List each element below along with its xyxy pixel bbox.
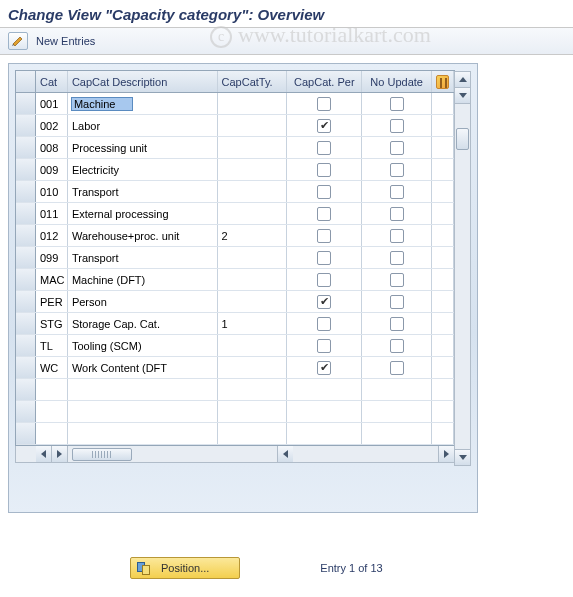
hscroll-thumb[interactable]: [72, 448, 132, 461]
cell-type[interactable]: [218, 93, 288, 114]
cell-cat[interactable]: WC: [36, 357, 68, 378]
noupdate-checkbox[interactable]: [390, 295, 404, 309]
row-selector[interactable]: [16, 159, 36, 180]
noupdate-checkbox[interactable]: [390, 185, 404, 199]
table-row[interactable]: PERPerson: [16, 291, 454, 313]
row-selector[interactable]: [16, 269, 36, 290]
cell-cat[interactable]: 010: [36, 181, 68, 202]
table-row[interactable]: WCWork Content (DFT: [16, 357, 454, 379]
person-checkbox[interactable]: [317, 119, 331, 133]
table-row[interactable]: 012Warehouse+proc. unit2: [16, 225, 454, 247]
row-selector[interactable]: [16, 357, 36, 378]
cell-type[interactable]: [218, 159, 288, 180]
cell-type[interactable]: 1: [218, 313, 288, 334]
hscroll-left2-button[interactable]: [52, 446, 68, 462]
cell-type[interactable]: [218, 291, 288, 312]
noupdate-checkbox[interactable]: [390, 141, 404, 155]
configure-columns-button[interactable]: [432, 71, 454, 92]
select-all-header[interactable]: [16, 71, 36, 92]
table-row[interactable]: STGStorage Cap. Cat.1: [16, 313, 454, 335]
cell-type[interactable]: [218, 247, 288, 268]
table-row[interactable]: 011External processing: [16, 203, 454, 225]
cell-description[interactable]: External processing: [68, 203, 218, 224]
vscroll-down-button[interactable]: [455, 88, 470, 104]
noupdate-checkbox[interactable]: [390, 339, 404, 353]
cell-cat[interactable]: 009: [36, 159, 68, 180]
person-checkbox[interactable]: [317, 251, 331, 265]
row-selector[interactable]: [16, 291, 36, 312]
cell-description[interactable]: Machine: [68, 93, 218, 114]
person-checkbox[interactable]: [317, 295, 331, 309]
cell-type[interactable]: 2: [218, 225, 288, 246]
cell-cat[interactable]: PER: [36, 291, 68, 312]
row-selector[interactable]: [16, 93, 36, 114]
row-selector[interactable]: [16, 137, 36, 158]
noupdate-checkbox[interactable]: [390, 163, 404, 177]
col-header-type[interactable]: CapCatTy.: [218, 71, 288, 92]
cell-cat[interactable]: 008: [36, 137, 68, 158]
person-checkbox[interactable]: [317, 361, 331, 375]
noupdate-checkbox[interactable]: [390, 119, 404, 133]
noupdate-checkbox[interactable]: [390, 97, 404, 111]
cell-cat[interactable]: STG: [36, 313, 68, 334]
person-checkbox[interactable]: [317, 229, 331, 243]
cell-description[interactable]: Work Content (DFT: [68, 357, 218, 378]
person-checkbox[interactable]: [317, 97, 331, 111]
cell-type[interactable]: [218, 335, 288, 356]
cell-type[interactable]: [218, 137, 288, 158]
col-header-noupdate[interactable]: No Update: [362, 71, 432, 92]
col-header-description[interactable]: CapCat Description: [68, 71, 218, 92]
row-selector[interactable]: [16, 203, 36, 224]
table-row[interactable]: MACMachine (DFT): [16, 269, 454, 291]
noupdate-checkbox[interactable]: [390, 273, 404, 287]
cell-cat[interactable]: 002: [36, 115, 68, 136]
vscroll-bottom-button[interactable]: [455, 449, 470, 465]
noupdate-checkbox[interactable]: [390, 207, 404, 221]
person-checkbox[interactable]: [317, 207, 331, 221]
table-row[interactable]: 099Transport: [16, 247, 454, 269]
cell-type[interactable]: [218, 115, 288, 136]
toggle-icon-button[interactable]: [8, 32, 28, 50]
noupdate-checkbox[interactable]: [390, 229, 404, 243]
cell-description[interactable]: Machine (DFT): [68, 269, 218, 290]
table-row[interactable]: 001Machine: [16, 93, 454, 115]
person-checkbox[interactable]: [317, 339, 331, 353]
person-checkbox[interactable]: [317, 185, 331, 199]
person-checkbox[interactable]: [317, 141, 331, 155]
cell-description[interactable]: Transport: [68, 247, 218, 268]
cell-type[interactable]: [218, 181, 288, 202]
position-button[interactable]: Position...: [130, 557, 240, 579]
cell-description[interactable]: Electricity: [68, 159, 218, 180]
col-header-person[interactable]: CapCat. Per: [287, 71, 362, 92]
noupdate-checkbox[interactable]: [390, 361, 404, 375]
new-entries-button[interactable]: New Entries: [36, 35, 95, 47]
cell-description[interactable]: Storage Cap. Cat.: [68, 313, 218, 334]
person-checkbox[interactable]: [317, 317, 331, 331]
cell-cat[interactable]: 011: [36, 203, 68, 224]
row-selector[interactable]: [16, 335, 36, 356]
row-selector[interactable]: [16, 181, 36, 202]
cell-type[interactable]: [218, 269, 288, 290]
row-selector[interactable]: [16, 115, 36, 136]
table-row[interactable]: 010Transport: [16, 181, 454, 203]
cell-type[interactable]: [218, 203, 288, 224]
noupdate-checkbox[interactable]: [390, 317, 404, 331]
cell-type[interactable]: [218, 357, 288, 378]
cell-description[interactable]: Transport: [68, 181, 218, 202]
person-checkbox[interactable]: [317, 163, 331, 177]
cell-description[interactable]: Processing unit: [68, 137, 218, 158]
cell-cat[interactable]: 099: [36, 247, 68, 268]
col-header-cat[interactable]: Cat: [36, 71, 68, 92]
noupdate-checkbox[interactable]: [390, 251, 404, 265]
hscroll-right-button[interactable]: [438, 446, 454, 462]
cell-cat[interactable]: TL: [36, 335, 68, 356]
row-selector[interactable]: [16, 313, 36, 334]
cell-description[interactable]: Person: [68, 291, 218, 312]
cell-cat[interactable]: MAC: [36, 269, 68, 290]
hscroll-right2-button[interactable]: [277, 446, 293, 462]
vscroll-up-button[interactable]: [455, 72, 470, 88]
table-row[interactable]: TLTooling (SCM): [16, 335, 454, 357]
person-checkbox[interactable]: [317, 273, 331, 287]
table-row[interactable]: 008Processing unit: [16, 137, 454, 159]
table-row[interactable]: 009Electricity: [16, 159, 454, 181]
